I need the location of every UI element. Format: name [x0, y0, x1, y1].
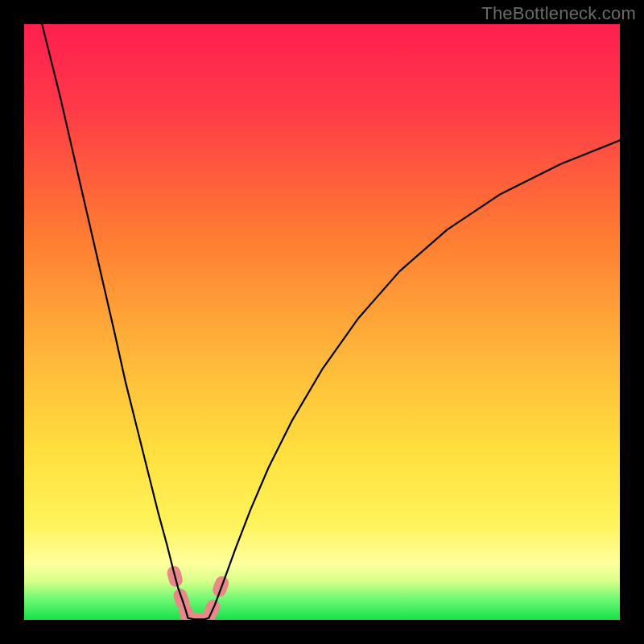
curve-marker	[211, 574, 231, 598]
curve-layer	[24, 24, 620, 620]
outer-frame: TheBottleneck.com	[0, 0, 644, 644]
plot-area	[24, 24, 620, 620]
bottleneck-curve	[42, 24, 620, 619]
marker-group	[166, 564, 231, 620]
attribution-label: TheBottleneck.com	[481, 3, 636, 24]
curve-marker	[201, 597, 222, 620]
